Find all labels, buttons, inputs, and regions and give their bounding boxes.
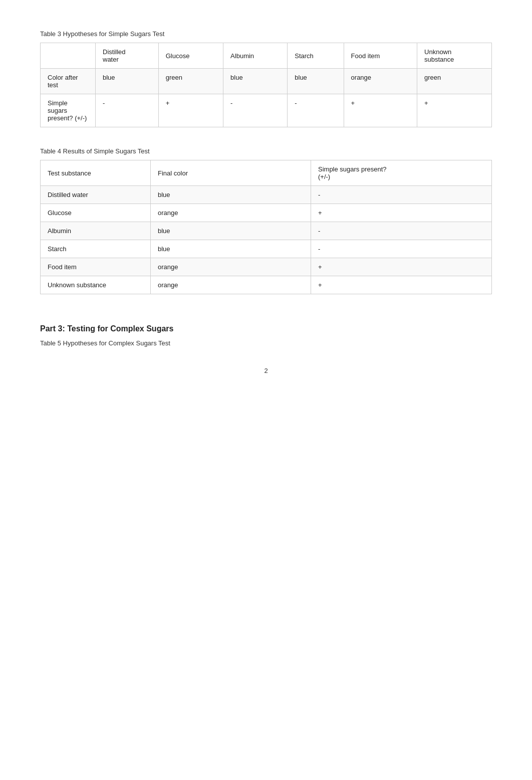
row2-food: + [344,94,417,127]
table3-caption: Table 3 Hypotheses for Simple Sugars Tes… [40,30,492,38]
t4-row3-present: - [311,240,492,258]
t4-row3-color: blue [151,240,311,258]
row2-glucose: + [158,94,223,127]
table4: Test substance Final color Simple sugars… [40,160,492,294]
table3-header-albumin: Albumin [223,43,288,69]
row1-unknown: green [417,69,492,94]
t4-row2-substance: Albumin [41,222,151,240]
row2-albumin: - [223,94,288,127]
table3-header-row-label [41,43,96,69]
table-row: Unknown substance orange + [41,276,492,294]
table4-header-color: Final color [151,160,311,186]
table-row: Simple sugars present? (+/-) - + - - + + [41,94,492,127]
t4-row2-present: - [311,222,492,240]
table4-header-present: Simple sugars present?(+/-) [311,160,492,186]
t4-row0-color: blue [151,186,311,204]
t4-row5-substance: Unknown substance [41,276,151,294]
table4-header-substance: Test substance [41,160,151,186]
row2-unknown: + [417,94,492,127]
table-row: Color after test blue green blue blue or… [41,69,492,94]
part3-heading: Part 3: Testing for Complex Sugars [40,324,492,333]
t4-row0-substance: Distilled water [41,186,151,204]
page-number: 2 [40,367,492,374]
table3-header-distilled: Distilledwater [96,43,159,69]
t4-row5-color: orange [151,276,311,294]
table-row: Starch blue - [41,240,492,258]
row1-glucose: green [158,69,223,94]
t4-row5-present: + [311,276,492,294]
t4-row1-substance: Glucose [41,204,151,222]
row1-albumin: blue [223,69,288,94]
table5-caption: Table 5 Hypotheses for Complex Sugars Te… [40,339,492,347]
table-row: Albumin blue - [41,222,492,240]
row1-distilled: blue [96,69,159,94]
table3: Distilledwater Glucose Albumin Starch Fo… [40,43,492,127]
row1-starch: blue [288,69,344,94]
row2-label: Simple sugars present? (+/-) [41,94,96,127]
table3-header-starch: Starch [288,43,344,69]
table-row: Food item orange + [41,258,492,276]
t4-row4-color: orange [151,258,311,276]
row1-food: orange [344,69,417,94]
t4-row4-present: + [311,258,492,276]
t4-row1-color: orange [151,204,311,222]
t4-row2-color: blue [151,222,311,240]
table3-header-food: Food item [344,43,417,69]
row2-distilled: - [96,94,159,127]
row2-starch: - [288,94,344,127]
table4-caption: Table 4 Results of Simple Sugars Test [40,147,492,155]
table-row: Distilled water blue - [41,186,492,204]
table3-header-glucose: Glucose [158,43,223,69]
t4-row1-present: + [311,204,492,222]
t4-row4-substance: Food item [41,258,151,276]
t4-row3-substance: Starch [41,240,151,258]
t4-row0-present: - [311,186,492,204]
row1-label: Color after test [41,69,96,94]
table-row: Glucose orange + [41,204,492,222]
table3-header-unknown: Unknownsubstance [417,43,492,69]
